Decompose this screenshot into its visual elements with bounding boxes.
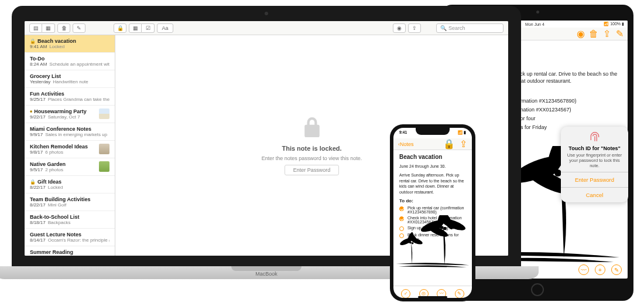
note-list-item[interactable]: Team Building Activities8/22/17Mini Golf [25,194,115,211]
note-preview: Saturday, Oct 7 [48,114,80,120]
share-icon[interactable]: ⇪ [408,23,421,33]
note-drawing [393,215,472,268]
note-time: 9:41 AM [30,44,47,49]
share-icon[interactable]: ⇪ [460,138,467,150]
iphone-screen: 9:41 📶 ▮ ‹ Notes 🔒 ⇪ Beach vacation June… [393,128,472,298]
share-icon[interactable]: ⇪ [603,30,610,38]
note-dates: June 24 through June 30. [399,164,466,169]
lock-icon[interactable]: 🔒 [114,23,126,33]
notes-toolbar: ▤ ▦ 🗑 ✎ 🔒 ▦ ☑ Aa ◉ ⇪ 🔍 Search [25,21,508,35]
note-thumbnail [99,108,109,119]
note-list-item[interactable]: 🔒Gift Ideas8/22/17Locked [25,176,115,194]
note-list-item[interactable]: Guest Lecture Notes8/14/17Occam's Razor:… [25,229,115,246]
note-time: 8/22/17 [30,185,46,190]
list-view-icon[interactable]: ▤ [29,23,42,33]
note-preview: Locked [48,185,63,190]
note-time: 9/8/17 [30,150,43,155]
ipad-camera [536,11,539,13]
note-title: Gift Ideas [37,179,61,185]
iphone-nav-bar: ‹ Notes 🔒 ⇪ [393,138,472,150]
format-icon[interactable]: Aa [157,23,173,33]
note-list-item[interactable]: Kitchen Remodel Ideas9/8/176 photos [25,141,115,158]
note-time: 8/22/17 [30,202,46,208]
note-time: 9/25/17 [30,97,46,102]
grid-view-icon[interactable]: ▦ [42,23,55,33]
plus-icon[interactable]: + [595,264,605,275]
compose-icon[interactable]: ✎ [616,30,623,38]
note-preview: Places Grandma can take the kids [48,97,109,102]
note-list-item[interactable]: Fun Activities9/25/17Places Grandma can … [25,88,115,106]
note-title: Beach vacation [399,154,466,160]
macbook-camera [265,12,268,15]
note-thumbnail [99,144,109,154]
note-title: Housewarming Party [34,108,87,114]
note-preview: Mini Golf [48,202,67,208]
cancel-button[interactable]: Cancel [561,187,628,202]
note-list-item[interactable]: Summer Reading8/5/17Goal: Read one book … [25,246,115,256]
note-preview: 2 photos [45,167,63,172]
note-time: 9/5/17 [30,167,43,172]
note-title: Beach vacation [37,38,76,44]
note-title: Miami Conference Notes [30,126,91,132]
scribble-icon[interactable]: 〰 [578,264,589,275]
trash-icon[interactable]: ✓ [401,289,410,298]
todo-text: Pick up rental car (confirmation #X12345… [407,206,466,214]
checkbox-icon[interactable] [399,206,404,211]
note-title: To-Do [30,56,44,62]
compose-icon[interactable]: ✎ [73,23,85,33]
note-title: Back-to-School List [30,214,80,220]
note-title: Grocery List [30,73,61,79]
note-preview: Schedule an appointment with Dr... [49,62,109,67]
search-input[interactable]: 🔍 Search [436,23,503,33]
note-title: Kitchen Remodel Ideas [30,144,88,150]
note-time: 8/18/17 [30,220,46,225]
status-battery: 📶 100% ▮ [604,22,624,26]
note-title: Guest Lecture Notes [30,232,81,237]
ipad-drawing-tools: 〰 + ✎ [578,264,622,275]
note-list-item[interactable]: To-Do8:24 AMSchedule an appointment with… [25,53,115,70]
macbook-brand: MacBook [255,271,278,277]
todo-heading: To do: [399,198,466,203]
note-preview: Locked [49,44,64,49]
back-button[interactable]: ‹ Notes [398,141,414,147]
trash-icon[interactable]: 🗑 [590,30,597,38]
add-person-icon[interactable]: ◉ [393,23,406,33]
status-date: Mon Jun 4 [525,22,544,26]
note-preview: Handwritten note [53,79,88,84]
note-preview: Goal: Read one book each month [45,255,109,256]
search-placeholder: Search [448,25,465,31]
note-body: Arrive Sunday afternoon. Pick up rental … [399,172,466,195]
checklist-icon[interactable]: ☑ [142,23,155,33]
new-note-icon[interactable]: ✎ [611,264,622,275]
ipad-home-button[interactable] [531,283,544,296]
lock-icon [302,116,322,141]
enter-password-button[interactable]: Enter Password [285,165,340,175]
note-list-item[interactable]: Native Garden9/5/172 photos [25,158,115,176]
enter-password-button[interactable]: Enter Password [561,172,628,187]
note-title: Fun Activities [30,91,64,97]
note-time: 9/22/17 [30,114,46,120]
notes-sidebar[interactable]: 🔒Beach vacation9:41 AMLockedTo-Do8:24 AM… [25,35,115,256]
note-list-item[interactable]: 🔒Beach vacation9:41 AMLocked [25,35,115,53]
lock-icon[interactable]: 🔒 [443,138,455,150]
iphone-note-body: Beach vacation June 24 through June 30. … [393,150,472,286]
note-time: Yesterday [30,79,50,84]
lock-icon: 🔒 [30,39,36,44]
note-title: Summer Reading [30,249,73,255]
iphone-notch [416,128,450,135]
iphone-device: 9:41 📶 ▮ ‹ Notes 🔒 ⇪ Beach vacation June… [390,124,475,301]
trash-icon[interactable]: 🗑 [57,23,70,33]
note-title: Native Garden [30,161,66,167]
locked-subtitle: Enter the notes password to view this no… [262,155,362,161]
touch-id-title: Touch ID for "Notes" [561,145,628,151]
todo-item[interactable]: Pick up rental car (confirmation #X12345… [399,206,466,214]
note-list-item[interactable]: Miami Conference Notes9/9/17Sales in eme… [25,123,115,141]
status-time: 9:41 [399,130,407,138]
add-person-icon[interactable]: ◉ [577,30,584,38]
table-icon[interactable]: ▦ [129,23,142,33]
note-list-item[interactable]: •Housewarming Party9/22/17Saturday, Oct … [25,106,115,123]
note-list-item[interactable]: Grocery ListYesterdayHandwritten note [25,70,115,88]
search-icon: 🔍 [440,25,447,31]
note-list-item[interactable]: Back-to-School List8/18/17Backpacks [25,211,115,229]
compose-icon[interactable]: ✎ [455,289,464,298]
